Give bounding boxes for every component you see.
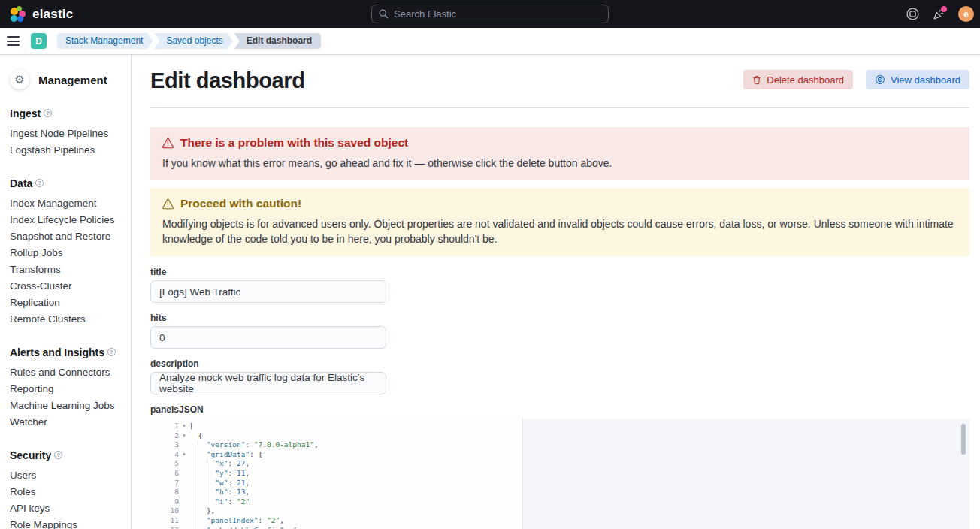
editor-scrollbar[interactable] (961, 424, 966, 455)
code-text: "i": "2" (189, 497, 250, 507)
token: "7.0.0-alpha1" (254, 440, 314, 449)
indent-guide (207, 479, 215, 488)
code-text: "panelIndex": "2", (189, 516, 284, 526)
token: { (198, 431, 202, 440)
main-content: Edit dashboard Delete dashboard View das… (132, 55, 980, 529)
breadcrumb-item-saved-objects[interactable]: Saved objects (154, 33, 232, 49)
elastic-logo[interactable]: elastic (0, 6, 73, 23)
search-placeholder: Search Elastic (394, 8, 456, 20)
sidebar-item-ingest-node-pipelines[interactable]: Ingest Node Pipelines (10, 125, 123, 142)
sidebar-item-snapshot-and-restore[interactable]: Snapshot and Restore (10, 228, 123, 245)
sidebar-item-remote-clusters[interactable]: Remote Clusters (10, 311, 123, 328)
token: : { (284, 526, 297, 529)
breadcrumb: Stack ManagementSaved objectsEdit dashbo… (57, 33, 321, 49)
error-callout-title: There is a problem with this saved objec… (180, 136, 408, 150)
token: : (228, 459, 236, 467)
nav-section-security: Security?UsersRolesAPI keysRole Mappings (10, 449, 123, 529)
fold-spacer (179, 506, 189, 516)
newsfeed-icon[interactable] (932, 8, 945, 21)
editor-gutter[interactable]: 1▾ (150, 422, 189, 431)
code-text: "version": "7.0.0-alpha1", (189, 440, 319, 450)
view-dashboard-button[interactable]: View dashboard (866, 70, 969, 89)
title-input[interactable]: [Logs] Web Traffic (150, 280, 386, 303)
sidebar-item-machine-learning-jobs[interactable]: Machine Learning Jobs (10, 398, 123, 414)
sidebar-item-watcher[interactable]: Watcher (10, 414, 123, 431)
fold-spacer (179, 516, 189, 526)
editor-line: 12▾"embeddableConfig": { (150, 526, 969, 529)
token: "y" (215, 469, 228, 477)
editor-gutter[interactable]: 8 (150, 488, 189, 497)
fold-arrow-icon[interactable]: ▾ (179, 450, 189, 460)
editor-gutter[interactable]: 4▾ (150, 450, 189, 460)
hits-input[interactable]: 0 (150, 326, 386, 349)
search-input[interactable]: Search Elastic (371, 5, 609, 23)
token: : (245, 440, 253, 449)
line-number: 3 (150, 440, 179, 450)
sidebar-item-cross-cluster-replication[interactable]: Cross-Cluster Replication (10, 278, 123, 311)
sidebar-item-roles[interactable]: Roles (10, 484, 123, 500)
editor-line: 4▾"gridData": { (150, 450, 969, 460)
sidebar-item-reporting[interactable]: Reporting (10, 381, 123, 398)
nav-heading: Alerts and Insights? (10, 346, 123, 358)
code-text: "gridData": { (189, 450, 262, 460)
help-menu-icon[interactable] (906, 8, 919, 21)
editor-gutter[interactable]: 2▾ (150, 431, 189, 441)
token: "2" (267, 516, 280, 524)
panels-json-label: panelsJSON (150, 404, 969, 415)
sidebar-item-rules-and-connectors[interactable]: Rules and Connectors (10, 364, 123, 381)
delete-dashboard-button[interactable]: Delete dashboard (743, 70, 853, 89)
menu-hamburger-icon[interactable] (7, 36, 20, 46)
editor-gutter[interactable]: 6 (150, 469, 189, 479)
line-number: 6 (150, 469, 179, 479)
indent-guide (189, 431, 198, 441)
indent-guide (207, 459, 215, 469)
line-number: 12 (150, 526, 179, 529)
warning-callout: Proceed with caution! Modifying objects … (150, 188, 969, 256)
fold-spacer (179, 497, 189, 507)
fold-arrow-icon[interactable]: ▾ (179, 526, 189, 529)
token: , (245, 469, 250, 477)
error-callout: There is a problem with this saved objec… (150, 127, 969, 180)
indent-guide (189, 516, 198, 526)
line-number: 2 (150, 431, 179, 441)
sidebar-item-index-management[interactable]: Index Management (10, 195, 123, 212)
line-number: 10 (150, 506, 179, 516)
token: "x" (215, 459, 228, 467)
sidebar-item-index-lifecycle-policies[interactable]: Index Lifecycle Policies (10, 212, 123, 228)
sidebar-item-rollup-jobs[interactable]: Rollup Jobs (10, 245, 123, 261)
sidebar-item-transforms[interactable]: Transforms (10, 261, 123, 278)
sidebar-item-role-mappings[interactable]: Role Mappings (10, 517, 123, 529)
page-title: Edit dashboard (150, 68, 304, 93)
line-number: 8 (150, 488, 179, 497)
fold-spacer (179, 488, 189, 497)
editor-gutter[interactable]: 10 (150, 506, 189, 516)
title-label: title (150, 267, 969, 277)
indent-guide (198, 526, 206, 529)
sidebar-item-logstash-pipelines[interactable]: Logstash Pipelines (10, 142, 123, 159)
nav-heading: Data? (10, 177, 123, 189)
sidebar-item-users[interactable]: Users (10, 467, 123, 484)
sidebar-item-api-keys[interactable]: API keys (10, 500, 123, 517)
breadcrumb-item-stack-management[interactable]: Stack Management (57, 33, 153, 49)
editor-line: 1▾[ (150, 422, 969, 431)
description-input[interactable]: Analyze mock web traffic log data for El… (150, 372, 386, 394)
alert-triangle-icon (162, 138, 174, 149)
panels-json-editor[interactable]: 1▾[2▾{3"version": "7.0.0-alpha1",4▾"grid… (150, 419, 969, 529)
elastic-logo-icon (10, 6, 26, 23)
editor-gutter[interactable]: 5 (150, 459, 189, 469)
editor-gutter[interactable]: 12▾ (150, 526, 189, 529)
section-help-icon: ? (107, 348, 116, 356)
space-badge[interactable]: D (31, 33, 47, 49)
editor-gutter[interactable]: 3 (150, 440, 189, 450)
fold-arrow-icon[interactable]: ▾ (179, 431, 189, 441)
fold-arrow-icon[interactable]: ▾ (179, 422, 189, 431)
token: [ (189, 422, 194, 430)
fold-spacer (179, 469, 189, 479)
saved-object-form: title[Logs] Web Traffichits0descriptionA… (150, 267, 969, 394)
editor-gutter[interactable]: 11 (150, 516, 189, 526)
error-callout-body: If you know what this error means, go ah… (162, 156, 957, 171)
code-text: "w": 21, (189, 479, 250, 488)
editor-gutter[interactable]: 7 (150, 479, 189, 488)
editor-gutter[interactable]: 9 (150, 497, 189, 507)
user-avatar[interactable]: e (958, 6, 974, 22)
